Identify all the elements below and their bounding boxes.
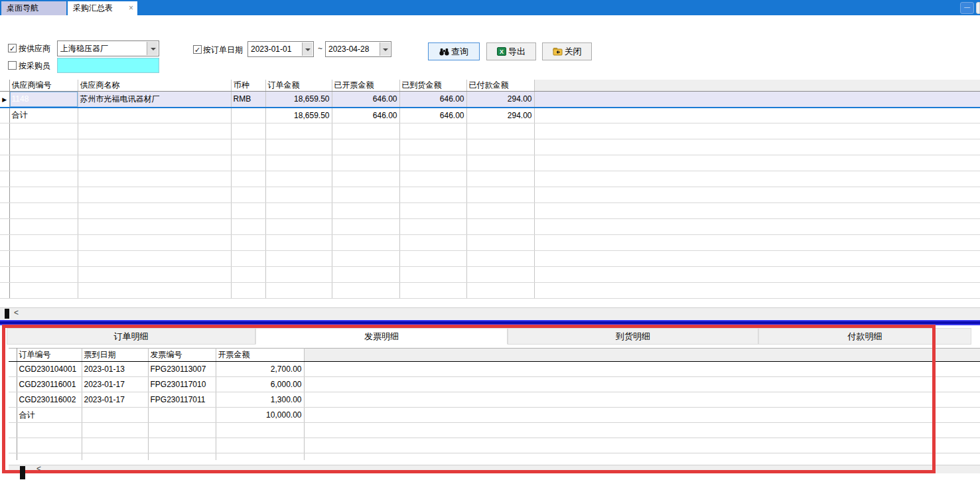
panel-splitter[interactable] xyxy=(0,320,980,325)
date-range-separator: ~ xyxy=(318,44,322,53)
header-paid-amount[interactable]: 已付款金额 xyxy=(466,80,534,92)
cell-received-amount[interactable]: 646.00 xyxy=(399,92,466,108)
cell-supplier-id[interactable]: 1148 xyxy=(9,92,78,108)
header-invoiced-amount[interactable]: 已开票金额 xyxy=(332,80,399,92)
tab-purchase-summary-label: 采购汇总表 xyxy=(73,3,113,13)
date-from-value: 2023-01-01 xyxy=(251,42,300,56)
empty-row xyxy=(0,187,980,203)
invoice-total-label: 合计 xyxy=(17,408,82,423)
window-titlebar: 桌面导航 采购汇总表 × — xyxy=(0,0,980,15)
cell-invoice-amount[interactable]: 1,300.00 xyxy=(216,392,304,408)
tab-payment-detail[interactable]: 付款明细 xyxy=(758,328,971,345)
invoice-row[interactable]: CGD230104001 2023-01-13 FPG230113007 2,7… xyxy=(9,362,980,377)
svg-text:X: X xyxy=(500,48,504,55)
supplier-dropdown-button[interactable] xyxy=(147,42,158,55)
empty-row xyxy=(0,251,980,267)
by-buyer-checkbox[interactable] xyxy=(8,61,17,70)
header-supplier-id[interactable]: 供应商编号 xyxy=(9,80,78,92)
cell-invoiced-amount[interactable]: 646.00 xyxy=(332,92,399,108)
chevron-down-icon xyxy=(151,48,156,50)
cell-supplier-name[interactable]: 苏州市光福电讯器材厂 xyxy=(78,92,231,108)
minimize-icon: — xyxy=(964,4,970,11)
cell-currency[interactable]: RMB xyxy=(231,92,265,108)
cell-invoice-amount[interactable]: 6,000.00 xyxy=(216,377,304,392)
query-button[interactable]: 查询 xyxy=(428,42,480,60)
invoice-hscrollbar-thumb[interactable] xyxy=(20,466,25,479)
tab-desktop-nav-label: 桌面导航 xyxy=(7,3,38,13)
scroll-left-icon[interactable]: < xyxy=(36,464,41,473)
close-button-label: 关闭 xyxy=(565,46,582,58)
buyer-input[interactable] xyxy=(57,58,159,73)
header-invoice-no[interactable]: 发票编号 xyxy=(148,349,216,362)
date-from-picker[interactable]: 2023-01-01 xyxy=(247,41,314,57)
row-indicator-icon: ▶ xyxy=(2,96,7,103)
app-window: 桌面导航 采购汇总表 × — ✓ 按供应商 上海稳压器厂 按采购员 ✓ 按订单日… xyxy=(0,0,980,480)
cell-invoice-date[interactable]: 2023-01-17 xyxy=(82,377,148,392)
close-button[interactable]: 关闭 xyxy=(542,42,592,60)
cell-order-no[interactable]: CGD230116001 xyxy=(17,377,82,392)
by-supplier-checkbox[interactable]: ✓ xyxy=(8,44,17,52)
header-received-amount[interactable]: 已到货金额 xyxy=(399,80,466,92)
cell-invoice-date[interactable]: 2023-01-17 xyxy=(82,392,148,408)
summary-total-row: 合计 18,659.50 646.00 646.00 294.00 xyxy=(0,108,980,123)
cell-order-no[interactable]: CGD230104001 xyxy=(17,362,82,377)
header-invoice-amount[interactable]: 开票金额 xyxy=(216,349,304,362)
empty-row xyxy=(0,155,980,171)
summary-hscrollbar-thumb[interactable] xyxy=(5,309,9,319)
window-button-partial[interactable] xyxy=(976,2,980,14)
tab-order-detail[interactable]: 订单明细 xyxy=(7,328,255,345)
summary-row-selected[interactable]: ▶ 1148 苏州市光福电讯器材厂 RMB 18,659.50 646.00 6… xyxy=(0,92,980,108)
invoice-total-amount: 10,000.00 xyxy=(216,408,304,423)
invoice-row[interactable]: CGD230116001 2023-01-17 FPG230117010 6,0… xyxy=(9,377,980,392)
empty-row xyxy=(9,423,980,438)
cell-invoice-no[interactable]: FPG230113007 xyxy=(148,362,216,377)
total-label: 合计 xyxy=(9,108,78,123)
by-order-date-label: 按订单日期 xyxy=(203,45,243,54)
cell-invoice-no[interactable]: FPG230117011 xyxy=(148,392,216,408)
invoice-table: 订单编号 票到日期 发票编号 开票金额 CGD230104001 2023-01… xyxy=(9,348,980,460)
minimize-button[interactable]: — xyxy=(960,2,974,14)
header-supplier-name[interactable]: 供应商名称 xyxy=(78,80,231,92)
by-supplier-label: 按供应商 xyxy=(19,44,50,53)
chevron-down-icon xyxy=(383,48,388,51)
total-invoiced-amount: 646.00 xyxy=(332,108,399,123)
cell-invoice-date[interactable]: 2023-01-13 xyxy=(82,362,148,377)
cell-paid-amount[interactable]: 294.00 xyxy=(466,92,534,108)
tab-arrival-detail[interactable]: 到货明细 xyxy=(508,328,758,345)
export-button[interactable]: X 导出 xyxy=(486,42,536,60)
exit-folder-icon xyxy=(553,47,563,56)
date-to-dropdown-button[interactable] xyxy=(380,42,390,56)
scroll-left-icon[interactable]: < xyxy=(14,308,19,317)
supplier-combobox[interactable]: 上海稳压器厂 xyxy=(57,40,159,56)
cell-invoice-amount[interactable]: 2,700.00 xyxy=(216,362,304,377)
by-order-date-checkbox[interactable]: ✓ xyxy=(193,45,202,54)
invoice-hscrollbar[interactable] xyxy=(9,465,980,473)
check-icon: ✓ xyxy=(9,44,15,52)
summary-header-row: 供应商编号 供应商名称 币种 订单金额 已开票金额 已到货金额 已付款金额 xyxy=(0,80,980,92)
empty-row xyxy=(0,267,980,283)
header-order-amount[interactable]: 订单金额 xyxy=(265,80,332,92)
summary-hscrollbar[interactable] xyxy=(0,307,980,319)
date-from-dropdown-button[interactable] xyxy=(302,42,313,56)
cell-order-no[interactable]: CGD230116002 xyxy=(17,392,82,408)
tab-desktop-nav[interactable]: 桌面导航 xyxy=(1,1,66,15)
date-to-picker[interactable]: 2023-04-28 xyxy=(325,41,391,57)
check-icon: ✓ xyxy=(194,46,200,54)
header-invoice-date[interactable]: 票到日期 xyxy=(82,349,148,362)
header-order-no[interactable]: 订单编号 xyxy=(17,349,82,362)
by-buyer-label: 按采购员 xyxy=(19,61,50,70)
tab-invoice-detail[interactable]: 发票明细 xyxy=(255,328,508,345)
cell-order-amount[interactable]: 18,659.50 xyxy=(265,92,332,108)
empty-row xyxy=(0,235,980,251)
tab-purchase-summary[interactable]: 采购汇总表 × xyxy=(68,1,137,15)
invoice-row[interactable]: CGD230116002 2023-01-17 FPG230117011 1,3… xyxy=(9,392,980,408)
detail-tabstrip: 订单明细 发票明细 到货明细 付款明细 xyxy=(7,328,971,345)
header-currency[interactable]: 币种 xyxy=(231,80,265,92)
invoice-header-row: 订单编号 票到日期 发票编号 开票金额 xyxy=(9,349,980,362)
empty-row xyxy=(0,283,980,299)
binoculars-icon xyxy=(439,47,449,56)
cell-invoice-no[interactable]: FPG230117010 xyxy=(148,377,216,392)
empty-row xyxy=(9,438,980,453)
query-button-label: 查询 xyxy=(451,46,468,58)
close-tab-icon[interactable]: × xyxy=(129,1,133,15)
